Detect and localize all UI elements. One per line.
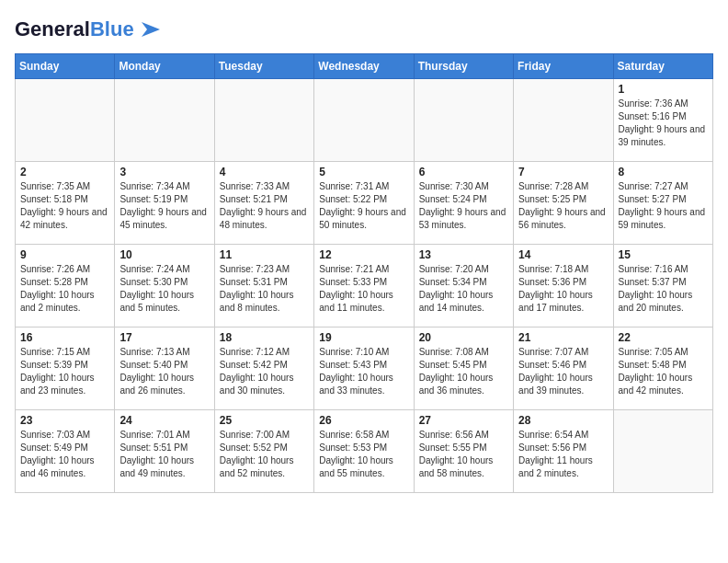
- day-info: Sunrise: 6:54 AM Sunset: 5:56 PM Dayligh…: [518, 429, 608, 480]
- calendar-cell: [514, 79, 613, 162]
- weekday-label: Wednesday: [314, 54, 414, 79]
- day-number: 1: [619, 83, 708, 96]
- day-number: 3: [119, 166, 209, 178]
- logo: GeneralBlue: [15, 15, 164, 44]
- day-info: Sunrise: 7:27 AM Sunset: 5:27 PM Dayligh…: [619, 180, 708, 232]
- day-info: Sunrise: 7:35 AM Sunset: 5:18 PM Dayligh…: [20, 180, 109, 232]
- day-info: Sunrise: 7:12 AM Sunset: 5:42 PM Dayligh…: [220, 346, 309, 397]
- day-info: Sunrise: 7:20 AM Sunset: 5:34 PM Dayligh…: [419, 263, 508, 315]
- day-info: Sunrise: 7:33 AM Sunset: 5:21 PM Dayligh…: [220, 180, 309, 232]
- day-info: Sunrise: 7:10 AM Sunset: 5:43 PM Dayligh…: [319, 346, 408, 397]
- day-info: Sunrise: 6:56 AM Sunset: 5:55 PM Dayligh…: [419, 429, 508, 480]
- day-number: 23: [20, 414, 109, 427]
- calendar-cell: 13Sunrise: 7:20 AM Sunset: 5:34 PM Dayli…: [414, 245, 513, 327]
- weekday-label: Saturday: [613, 54, 712, 79]
- day-info: Sunrise: 7:28 AM Sunset: 5:25 PM Dayligh…: [518, 180, 608, 232]
- day-number: 14: [518, 248, 608, 261]
- weekday-label: Tuesday: [214, 54, 313, 79]
- calendar-cell: 9Sunrise: 7:26 AM Sunset: 5:28 PM Daylig…: [16, 245, 115, 327]
- calendar-cell: 14Sunrise: 7:18 AM Sunset: 5:36 PM Dayli…: [514, 245, 613, 327]
- day-info: Sunrise: 7:31 AM Sunset: 5:22 PM Dayligh…: [319, 180, 408, 232]
- calendar-week-row: 1Sunrise: 7:36 AM Sunset: 5:16 PM Daylig…: [16, 79, 713, 162]
- day-number: 15: [619, 248, 708, 261]
- calendar-week-row: 2Sunrise: 7:35 AM Sunset: 5:18 PM Daylig…: [16, 162, 713, 245]
- day-info: Sunrise: 7:26 AM Sunset: 5:28 PM Dayligh…: [20, 263, 109, 315]
- weekday-label: Thursday: [414, 54, 513, 79]
- calendar-cell: 8Sunrise: 7:27 AM Sunset: 5:27 PM Daylig…: [613, 162, 712, 245]
- day-info: Sunrise: 7:13 AM Sunset: 5:40 PM Dayligh…: [119, 346, 209, 397]
- day-number: 24: [119, 414, 209, 427]
- day-number: 20: [419, 331, 508, 344]
- weekday-label: Friday: [514, 54, 613, 79]
- calendar-cell: 25Sunrise: 7:00 AM Sunset: 5:52 PM Dayli…: [214, 410, 313, 493]
- day-info: Sunrise: 7:23 AM Sunset: 5:31 PM Dayligh…: [220, 263, 309, 315]
- calendar-cell: 28Sunrise: 6:54 AM Sunset: 5:56 PM Dayli…: [514, 410, 613, 493]
- calendar-cell: [16, 79, 115, 162]
- day-number: 6: [419, 166, 508, 178]
- calendar-cell: 17Sunrise: 7:13 AM Sunset: 5:40 PM Dayli…: [115, 327, 214, 410]
- day-info: Sunrise: 7:01 AM Sunset: 5:51 PM Dayligh…: [119, 429, 209, 480]
- day-number: 4: [220, 166, 309, 178]
- calendar-cell: 7Sunrise: 7:28 AM Sunset: 5:25 PM Daylig…: [514, 162, 613, 245]
- day-number: 13: [419, 248, 508, 261]
- logo-text: GeneralBlue: [15, 18, 134, 40]
- logo-icon: [134, 15, 164, 44]
- day-number: 26: [319, 414, 408, 427]
- day-info: Sunrise: 7:36 AM Sunset: 5:16 PM Dayligh…: [619, 98, 708, 149]
- day-number: 5: [319, 166, 408, 178]
- day-number: 19: [319, 331, 408, 344]
- day-info: Sunrise: 7:15 AM Sunset: 5:39 PM Dayligh…: [20, 346, 109, 397]
- day-number: 17: [119, 331, 209, 344]
- day-number: 18: [220, 331, 309, 344]
- day-number: 2: [20, 166, 109, 178]
- day-number: 8: [619, 166, 708, 178]
- calendar-cell: [214, 79, 313, 162]
- calendar-cell: 22Sunrise: 7:05 AM Sunset: 5:48 PM Dayli…: [613, 327, 712, 410]
- day-info: Sunrise: 7:30 AM Sunset: 5:24 PM Dayligh…: [419, 180, 508, 232]
- weekday-header-row: SundayMondayTuesdayWednesdayThursdayFrid…: [16, 54, 713, 79]
- day-number: 27: [419, 414, 508, 427]
- calendar-cell: [314, 79, 414, 162]
- day-info: Sunrise: 7:24 AM Sunset: 5:30 PM Dayligh…: [119, 263, 209, 315]
- day-info: Sunrise: 7:05 AM Sunset: 5:48 PM Dayligh…: [619, 346, 708, 397]
- page-header: GeneralBlue: [15, 15, 713, 44]
- weekday-label: Sunday: [16, 54, 115, 79]
- calendar-cell: 5Sunrise: 7:31 AM Sunset: 5:22 PM Daylig…: [314, 162, 414, 245]
- calendar-cell: 23Sunrise: 7:03 AM Sunset: 5:49 PM Dayli…: [16, 410, 115, 493]
- weekday-label: Monday: [115, 54, 214, 79]
- calendar-cell: 10Sunrise: 7:24 AM Sunset: 5:30 PM Dayli…: [115, 245, 214, 327]
- calendar-week-row: 9Sunrise: 7:26 AM Sunset: 5:28 PM Daylig…: [16, 245, 713, 327]
- calendar-cell: 27Sunrise: 6:56 AM Sunset: 5:55 PM Dayli…: [414, 410, 513, 493]
- calendar-cell: 11Sunrise: 7:23 AM Sunset: 5:31 PM Dayli…: [214, 245, 313, 327]
- calendar-cell: 4Sunrise: 7:33 AM Sunset: 5:21 PM Daylig…: [214, 162, 313, 245]
- calendar-cell: 12Sunrise: 7:21 AM Sunset: 5:33 PM Dayli…: [314, 245, 414, 327]
- calendar-cell: 1Sunrise: 7:36 AM Sunset: 5:16 PM Daylig…: [613, 79, 712, 162]
- day-info: Sunrise: 7:03 AM Sunset: 5:49 PM Dayligh…: [20, 429, 109, 480]
- calendar-table: SundayMondayTuesdayWednesdayThursdayFrid…: [15, 53, 713, 493]
- calendar-cell: 20Sunrise: 7:08 AM Sunset: 5:45 PM Dayli…: [414, 327, 513, 410]
- calendar-body: 1Sunrise: 7:36 AM Sunset: 5:16 PM Daylig…: [16, 79, 713, 493]
- calendar-cell: 6Sunrise: 7:30 AM Sunset: 5:24 PM Daylig…: [414, 162, 513, 245]
- calendar-cell: 26Sunrise: 6:58 AM Sunset: 5:53 PM Dayli…: [314, 410, 414, 493]
- day-number: 11: [220, 248, 309, 261]
- day-number: 16: [20, 331, 109, 344]
- day-info: Sunrise: 7:34 AM Sunset: 5:19 PM Dayligh…: [119, 180, 209, 232]
- day-number: 7: [518, 166, 608, 178]
- day-number: 10: [119, 248, 209, 261]
- day-number: 12: [319, 248, 408, 261]
- day-info: Sunrise: 7:21 AM Sunset: 5:33 PM Dayligh…: [319, 263, 408, 315]
- day-info: Sunrise: 6:58 AM Sunset: 5:53 PM Dayligh…: [319, 429, 408, 480]
- day-number: 21: [518, 331, 608, 344]
- calendar-cell: 2Sunrise: 7:35 AM Sunset: 5:18 PM Daylig…: [16, 162, 115, 245]
- calendar-cell: 24Sunrise: 7:01 AM Sunset: 5:51 PM Dayli…: [115, 410, 214, 493]
- calendar-cell: 19Sunrise: 7:10 AM Sunset: 5:43 PM Dayli…: [314, 327, 414, 410]
- calendar-cell: 21Sunrise: 7:07 AM Sunset: 5:46 PM Dayli…: [514, 327, 613, 410]
- day-info: Sunrise: 7:16 AM Sunset: 5:37 PM Dayligh…: [619, 263, 708, 315]
- calendar-cell: [613, 410, 712, 493]
- calendar-week-row: 16Sunrise: 7:15 AM Sunset: 5:39 PM Dayli…: [16, 327, 713, 410]
- day-number: 28: [518, 414, 608, 427]
- calendar-week-row: 23Sunrise: 7:03 AM Sunset: 5:49 PM Dayli…: [16, 410, 713, 493]
- day-number: 25: [220, 414, 309, 427]
- calendar-cell: 15Sunrise: 7:16 AM Sunset: 5:37 PM Dayli…: [613, 245, 712, 327]
- day-number: 22: [619, 331, 708, 344]
